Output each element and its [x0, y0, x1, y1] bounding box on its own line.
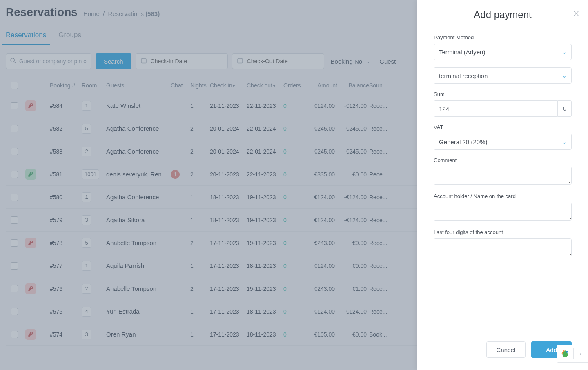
- currency-label: €: [558, 100, 572, 117]
- label-comment: Comment: [434, 157, 572, 163]
- chevron-left-icon[interactable]: ‹: [574, 350, 588, 357]
- logo-icon: [557, 345, 573, 362]
- label-vat: VAT: [434, 124, 572, 130]
- last-four-input[interactable]: [434, 238, 572, 256]
- label-sum: Sum: [434, 91, 572, 97]
- sum-input[interactable]: [434, 100, 558, 117]
- payment-method-select[interactable]: Terminal (Adyen): [434, 44, 572, 60]
- support-widget[interactable]: ‹: [557, 345, 588, 363]
- close-icon[interactable]: [572, 10, 580, 19]
- account-holder-input[interactable]: [434, 203, 572, 221]
- label-account-holder: Account holder / Name on the card: [434, 193, 572, 199]
- terminal-select[interactable]: terminal reception: [434, 67, 572, 84]
- cancel-button[interactable]: Cancel: [486, 341, 526, 358]
- svg-point-12: [566, 351, 568, 353]
- add-payment-panel: Add payment Payment Method Terminal (Ady…: [417, 0, 588, 370]
- comment-input[interactable]: [434, 167, 572, 185]
- vat-select[interactable]: General 20 (20%): [434, 134, 572, 150]
- panel-title: Add payment: [474, 9, 531, 20]
- label-last-four: Last four digits of the account: [434, 229, 572, 235]
- label-payment-method: Payment Method: [434, 34, 572, 40]
